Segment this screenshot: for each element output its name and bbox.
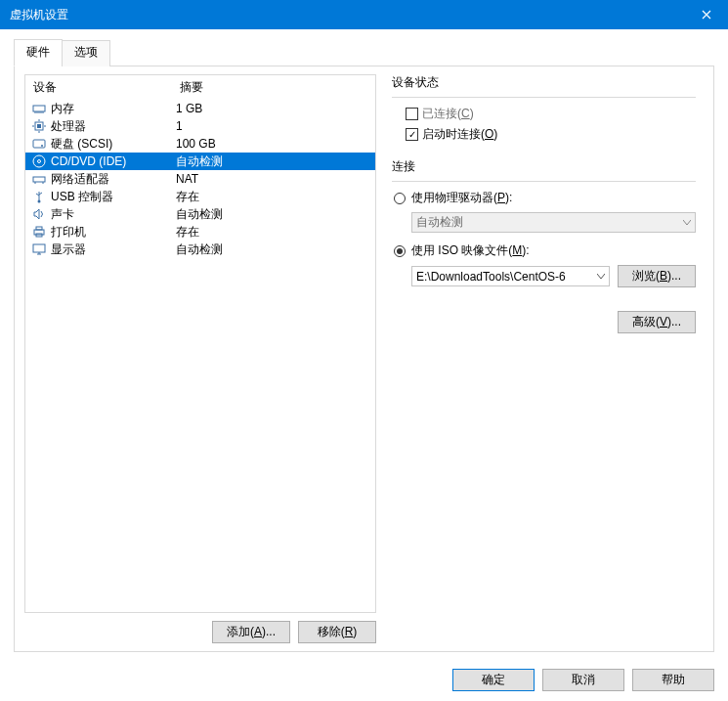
- device-row-net[interactable]: 网络适配器NAT: [25, 170, 375, 188]
- connected-checkbox-row[interactable]: 已连接(C): [406, 106, 696, 122]
- connection-title: 连接: [392, 158, 696, 175]
- svg-rect-0: [33, 106, 45, 111]
- physical-drive-dropdown: 自动检测: [411, 212, 696, 233]
- connect-on-start-label: 启动时连接(O): [422, 126, 497, 143]
- device-summary: 自动检测: [176, 241, 223, 258]
- tab-hardware[interactable]: 硬件: [14, 39, 63, 66]
- device-name: CD/DVD (IDE): [51, 154, 176, 168]
- svg-point-5: [33, 155, 45, 167]
- device-name: 声卡: [51, 206, 176, 223]
- device-summary: 自动检测: [176, 206, 223, 223]
- iso-radio-row[interactable]: 使用 ISO 映像文件(M):: [394, 242, 696, 259]
- svg-rect-10: [36, 227, 42, 230]
- device-summary: 100 GB: [176, 137, 216, 151]
- help-button[interactable]: 帮助: [632, 669, 714, 691]
- svg-point-4: [41, 145, 43, 147]
- memory-icon: [31, 101, 47, 116]
- cd-icon: [31, 153, 47, 169]
- status-title: 设备状态: [392, 74, 696, 91]
- device-summary: NAT: [176, 172, 198, 186]
- iso-path-dropdown[interactable]: E:\DownloadTools\CentOS-6: [411, 266, 610, 286]
- browse-button[interactable]: 浏览(B)...: [618, 265, 696, 287]
- physical-drive-label: 使用物理驱动器(P):: [411, 190, 512, 206]
- device-row-printer[interactable]: 打印机存在: [25, 223, 375, 241]
- printer-icon: [31, 224, 47, 240]
- device-list-header: 设备 摘要: [25, 75, 375, 100]
- device-name: USB 控制器: [51, 189, 176, 205]
- disk-icon: [31, 136, 47, 152]
- iso-label: 使用 ISO 映像文件(M):: [411, 242, 530, 259]
- dialog-title: 虚拟机设置: [10, 7, 68, 23]
- sound-icon: [31, 206, 47, 222]
- titlebar: 虚拟机设置: [0, 0, 728, 29]
- col-summary: 摘要: [180, 79, 203, 96]
- device-name: 显示器: [51, 241, 176, 258]
- device-name: 打印机: [51, 224, 176, 241]
- net-icon: [31, 171, 47, 187]
- device-row-display[interactable]: 显示器自动检测: [25, 241, 375, 258]
- device-list: 设备 摘要 内存1 GB处理器1硬盘 (SCSI)100 GBCD/DVD (I…: [24, 74, 376, 613]
- connect-on-start-checkbox[interactable]: [406, 128, 418, 141]
- physical-drive-radio[interactable]: [394, 193, 406, 204]
- chevron-down-icon[interactable]: [597, 274, 605, 280]
- tab-strip: 硬件 选项: [14, 39, 714, 66]
- device-status-section: 设备状态 已连接(C) 启动时连接(O): [392, 74, 696, 143]
- tab-content: 设备 摘要 内存1 GB处理器1硬盘 (SCSI)100 GBCD/DVD (I…: [14, 66, 714, 652]
- device-row-cpu[interactable]: 处理器1: [25, 117, 375, 135]
- display-icon: [31, 241, 47, 257]
- device-row-sound[interactable]: 声卡自动检测: [25, 205, 375, 223]
- physical-drive-radio-row[interactable]: 使用物理驱动器(P):: [394, 190, 696, 206]
- connected-checkbox[interactable]: [406, 108, 418, 120]
- svg-rect-7: [33, 177, 45, 182]
- device-row-cd[interactable]: CD/DVD (IDE)自动检测: [25, 153, 375, 170]
- iso-radio[interactable]: [394, 245, 406, 257]
- tab-options[interactable]: 选项: [62, 40, 110, 66]
- ok-button[interactable]: 确定: [452, 669, 535, 691]
- iso-path-value: E:\DownloadTools\CentOS-6: [416, 270, 566, 284]
- svg-rect-3: [33, 140, 45, 148]
- svg-rect-2: [37, 124, 41, 128]
- vm-settings-dialog: 虚拟机设置 硬件 选项 设备 摘要 内存1 GB处理器1硬盘 (SCSI)100…: [0, 0, 728, 701]
- remove-button[interactable]: 移除(R): [298, 621, 376, 643]
- device-row-memory[interactable]: 内存1 GB: [25, 100, 375, 117]
- chevron-down-icon: [683, 220, 691, 226]
- connect-on-start-row[interactable]: 启动时连接(O): [406, 126, 696, 143]
- dialog-footer: 确定 取消 帮助: [0, 658, 728, 701]
- device-summary: 1: [176, 119, 183, 133]
- connection-section: 连接 使用物理驱动器(P): 自动检测: [392, 158, 696, 287]
- advanced-button[interactable]: 高级(V)...: [618, 311, 696, 333]
- svg-point-6: [38, 160, 41, 163]
- connected-label: 已连接(C): [422, 106, 474, 122]
- device-row-disk[interactable]: 硬盘 (SCSI)100 GB: [25, 135, 375, 153]
- device-summary: 1 GB: [176, 102, 202, 115]
- col-device: 设备: [33, 79, 180, 96]
- device-row-usb[interactable]: USB 控制器存在: [25, 188, 375, 205]
- add-button[interactable]: 添加(A)...: [212, 621, 290, 643]
- device-name: 内存: [51, 101, 176, 117]
- device-name: 网络适配器: [51, 171, 176, 188]
- device-name: 处理器: [51, 118, 176, 135]
- device-summary: 存在: [176, 189, 199, 205]
- usb-icon: [31, 189, 47, 204]
- device-name: 硬盘 (SCSI): [51, 136, 176, 153]
- device-summary: 存在: [176, 224, 199, 241]
- cpu-icon: [31, 118, 47, 134]
- cancel-button[interactable]: 取消: [542, 669, 624, 691]
- close-button[interactable]: [684, 0, 728, 29]
- device-summary: 自动检测: [176, 153, 223, 170]
- svg-rect-12: [33, 244, 45, 252]
